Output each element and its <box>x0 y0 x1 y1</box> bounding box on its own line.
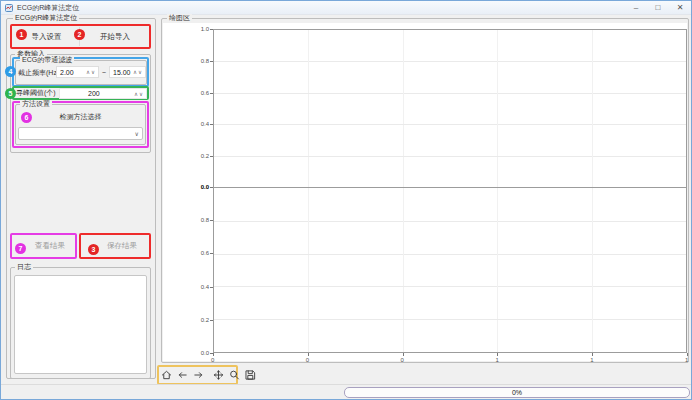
back-arrow-icon[interactable] <box>176 368 189 382</box>
plot-group-title: 绘图区 <box>167 14 192 22</box>
gridline-v <box>592 30 593 187</box>
ytick-label-shared: 0.0 <box>189 184 209 190</box>
ytick-mark <box>210 187 213 188</box>
xtick-label: 0 <box>306 357 309 363</box>
ytick-label: 0.2 <box>189 153 209 159</box>
app-window: ECG的R峰算法定位 – □ ✕ ECG的R峰算法定位 导入设置 开始导入 1 … <box>0 0 692 400</box>
bandpass-group-title: ECG的带通滤波 <box>20 56 74 64</box>
ytick-label: 0.8 <box>189 217 209 223</box>
gridline-v <box>403 30 404 187</box>
ytick-label: 0.8 <box>189 58 209 64</box>
method-select-label: 检测方法选择 <box>15 113 146 121</box>
cutoff-frequency-label: 截止频率(Hz): <box>18 69 61 77</box>
left-panel-group-title: ECG的R峰算法定位 <box>13 14 79 22</box>
gridline-h <box>214 124 686 125</box>
statusbar-divider <box>1 384 691 385</box>
ytick-label: 0.4 <box>189 284 209 290</box>
ytick-mark <box>210 61 213 62</box>
gridline-v <box>308 188 309 352</box>
badge-1: 1 <box>16 29 27 40</box>
ytick-mark <box>210 156 213 157</box>
gridline-v <box>403 188 404 352</box>
ytick-mark <box>210 253 213 254</box>
xtick-mark <box>403 353 404 356</box>
gridline-h <box>214 221 686 222</box>
window-controls: – □ ✕ <box>625 1 691 14</box>
badge-6: 6 <box>21 112 32 123</box>
figure[interactable]: 1.00.80.60.40.20.00.80.60.40.20.0000111 <box>163 23 687 361</box>
xtick-mark <box>308 353 309 356</box>
gridline-v <box>592 188 593 352</box>
xtick-label: 0 <box>211 357 214 363</box>
start-import-button[interactable]: 开始导入 <box>81 26 149 47</box>
pan-icon[interactable] <box>212 368 225 382</box>
subplot-top <box>213 29 687 188</box>
log-textarea[interactable] <box>14 275 147 374</box>
spinner-arrows-icon[interactable]: ∧∨ <box>86 69 98 75</box>
close-icon[interactable]: ✕ <box>669 1 691 14</box>
method-select-combobox[interactable]: ∨ <box>18 127 143 140</box>
high-cutoff-value: 15.00 <box>110 69 133 76</box>
xtick-mark <box>213 353 214 356</box>
xtick-label: 1 <box>495 357 498 363</box>
badge-2: 2 <box>74 29 85 40</box>
gridline-h <box>214 319 686 320</box>
ytick-label: 0.6 <box>189 250 209 256</box>
badge-7: 7 <box>15 243 26 254</box>
badge-5: 5 <box>5 88 16 99</box>
subplot-bottom <box>213 187 687 353</box>
gridline-h <box>214 286 686 287</box>
peak-threshold-spinbox[interactable]: 200 ∧∨ <box>59 88 147 99</box>
gridline-h <box>214 156 686 157</box>
ytick-mark <box>210 287 213 288</box>
spinner-arrows-icon[interactable]: ∧∨ <box>134 91 146 97</box>
xtick-mark <box>592 353 593 356</box>
app-icon <box>5 4 13 12</box>
chevron-down-icon: ∨ <box>135 130 142 137</box>
view-results-button[interactable]: 查看结果 <box>25 236 75 256</box>
xtick-mark <box>687 353 688 356</box>
gridline-v <box>497 188 498 352</box>
badge-3: 3 <box>88 244 99 255</box>
save-icon[interactable] <box>244 368 257 382</box>
minimize-icon[interactable]: – <box>625 1 647 14</box>
progress-bar: 0% <box>344 387 690 398</box>
title-bar: ECG的R峰算法定位 – □ ✕ <box>1 1 691 15</box>
xtick-label: 1 <box>590 357 593 363</box>
plot-toolbar <box>160 368 257 382</box>
ytick-mark <box>210 220 213 221</box>
ytick-mark <box>210 93 213 94</box>
ytick-mark <box>210 320 213 321</box>
ytick-mark <box>210 29 213 30</box>
low-cutoff-spinbox[interactable]: 2.00 ∧∨ <box>56 66 99 78</box>
home-icon[interactable] <box>160 368 173 382</box>
save-results-button[interactable]: 保存结果 <box>97 236 147 256</box>
gridline-h <box>214 61 686 62</box>
window-title: ECG的R峰算法定位 <box>17 4 79 12</box>
xtick-label: 1 <box>685 357 688 363</box>
tilde-separator: ~ <box>102 69 106 77</box>
ytick-label: 0.6 <box>189 90 209 96</box>
ytick-mark <box>210 124 213 125</box>
method-group-title: 方法设置 <box>20 100 52 108</box>
xtick-mark <box>497 353 498 356</box>
gridline-h <box>214 254 686 255</box>
gridline-v <box>308 30 309 187</box>
ytick-label: 0.2 <box>189 317 209 323</box>
ytick-label: 1.0 <box>189 26 209 32</box>
xtick-label: 0 <box>401 357 404 363</box>
spinner-arrows-icon[interactable]: ∧∨ <box>133 69 145 75</box>
maximize-icon[interactable]: □ <box>647 1 669 14</box>
high-cutoff-spinbox[interactable]: 15.00 ∧∨ <box>109 66 146 78</box>
log-group-title: 日志 <box>15 263 33 271</box>
forward-arrow-icon[interactable] <box>192 368 205 382</box>
progress-value: 0% <box>512 389 522 396</box>
low-cutoff-value: 2.00 <box>57 69 86 76</box>
peak-threshold-value: 200 <box>60 90 134 97</box>
gridline-v <box>497 30 498 187</box>
zoom-icon[interactable] <box>228 368 241 382</box>
peak-threshold-label: 寻峰阈值(个) <box>16 89 56 97</box>
badge-4: 4 <box>5 66 16 77</box>
gridline-h <box>214 93 686 94</box>
ytick-label: 0.4 <box>189 121 209 127</box>
